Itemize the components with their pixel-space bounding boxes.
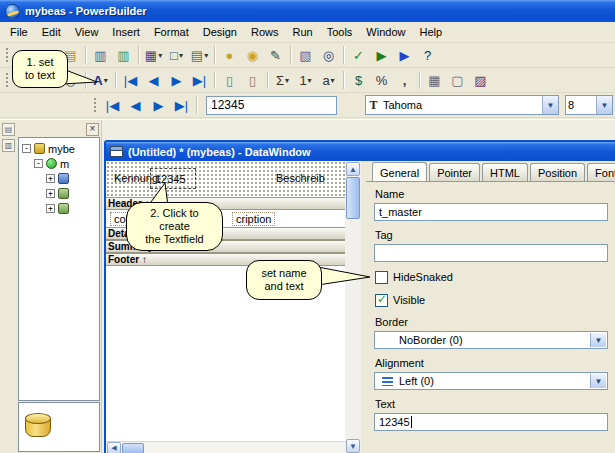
visible-checkbox[interactable] (375, 294, 388, 307)
last-page-icon[interactable]: ▶| (188, 70, 211, 90)
next-row-icon[interactable]: ▶ (147, 95, 170, 115)
menu-painter-icon[interactable]: ▤▾ (188, 45, 211, 65)
toolbar-grip[interactable] (4, 46, 9, 64)
close-panel-button[interactable]: × (86, 123, 99, 136)
preview-icon[interactable]: ▥ (112, 45, 135, 65)
scroll-down-button[interactable]: ▼ (346, 439, 360, 453)
run-project-icon[interactable]: ▶ (370, 45, 393, 65)
alignment-combo-arrow-icon[interactable]: ▼ (590, 374, 606, 388)
tab-html[interactable]: HTML (482, 163, 528, 181)
datawindow-title-bar[interactable]: (Untitled) * (mybeas) - DataWindow (106, 142, 615, 161)
debug-project-icon[interactable]: ▶ (393, 45, 416, 65)
menu-item-view[interactable]: View (68, 23, 106, 41)
todo-list-icon[interactable]: ✓ (347, 45, 370, 65)
menu-item-insert[interactable]: Insert (105, 23, 147, 41)
dropdown-arrow-icon[interactable]: ▾ (179, 51, 183, 60)
horizontal-scroll-thumb[interactable] (122, 443, 144, 453)
tab-general[interactable]: General (372, 162, 427, 181)
font-name-combo[interactable]: T Tahoma ▼ (365, 95, 559, 115)
database-profile-icon[interactable]: ◉ (241, 45, 264, 65)
border-icon[interactable]: ▢ (446, 70, 469, 90)
help-icon[interactable]: ? (416, 45, 439, 65)
run-window-icon[interactable]: ▥ (89, 45, 112, 65)
scroll-up-button[interactable]: ▲ (346, 162, 360, 176)
menu-item-window[interactable]: Window (359, 23, 412, 41)
tree-item[interactable]: -m (19, 156, 99, 171)
first-page-icon[interactable]: |◀ (119, 70, 142, 90)
tree-item[interactable]: -mybe (19, 141, 99, 156)
currency-icon[interactable]: $ (347, 70, 370, 90)
page-setup-icon[interactable]: ▯ (241, 70, 264, 90)
dropdown-arrow-icon[interactable]: ▾ (308, 76, 312, 85)
clip-panel-icon[interactable]: ▥ (2, 139, 15, 152)
dropdown-arrow-icon[interactable]: ▾ (104, 76, 108, 85)
system-tree-panel-icon[interactable]: ▤ (2, 123, 15, 136)
column-control-2[interactable]: cription (232, 212, 275, 226)
menu-item-run[interactable]: Run (285, 23, 319, 41)
chart-icon[interactable]: ▨ (469, 70, 492, 90)
expand-icon[interactable]: + (46, 189, 55, 198)
tab-position[interactable]: Position (530, 163, 585, 181)
vertical-scrollbar[interactable]: ▲ ▼ (345, 161, 361, 453)
first-row-icon[interactable]: |◀ (101, 95, 124, 115)
database-painter-icon[interactable]: ● (218, 45, 241, 65)
text-input[interactable]: 12345 (374, 413, 608, 431)
tab-pointer[interactable]: Pointer (429, 163, 480, 181)
edit-source-icon[interactable]: ✎ (264, 45, 287, 65)
menu-item-help[interactable]: Help (412, 23, 449, 41)
hidesnaked-checkbox[interactable] (375, 271, 388, 284)
toolbar-grip[interactable] (4, 71, 9, 89)
dropdown-arrow-icon[interactable]: ▾ (158, 51, 162, 60)
case-icon[interactable]: a▾ (317, 70, 340, 90)
header-band-content[interactable]: Kennung: 12345 Beschreib (106, 161, 345, 197)
scroll-left-button[interactable]: ◀ (107, 442, 121, 453)
size-combo-arrow-icon[interactable]: ▼ (596, 96, 612, 114)
tab-font[interactable]: Font (587, 163, 615, 181)
border-combo-arrow-icon[interactable]: ▼ (590, 333, 606, 347)
control-text-input[interactable]: 12345 (206, 96, 337, 115)
sum-icon[interactable]: Σ▾ (271, 70, 294, 90)
toolbar-grip[interactable] (92, 96, 97, 114)
font-size-combo[interactable]: 8 ▼ (565, 95, 613, 115)
library-painter-icon[interactable]: ▧ (294, 45, 317, 65)
horizontal-scrollbar[interactable]: ◀ (106, 441, 345, 453)
menu-item-format[interactable]: Format (147, 23, 196, 41)
next-page-icon[interactable]: ▶ (165, 70, 188, 90)
text-control-icon[interactable]: A▾ (89, 70, 112, 90)
count-icon[interactable]: 1▾ (294, 70, 317, 90)
grid-icon[interactable]: ▦ (423, 70, 446, 90)
window-painter-icon[interactable]: □▾ (165, 45, 188, 65)
font-combo-arrow-icon[interactable]: ▼ (542, 96, 558, 114)
expand-icon[interactable]: + (46, 174, 55, 183)
prior-page-icon[interactable]: ◀ (142, 70, 165, 90)
alignment-combo[interactable]: Left (0) ▼ (374, 372, 608, 390)
border-combo[interactable]: NoBorder (0) ▼ (374, 331, 608, 349)
vertical-scroll-thumb[interactable] (346, 177, 360, 219)
page-setup-icon-glyph: ▯ (249, 74, 256, 87)
tag-input[interactable] (374, 244, 608, 262)
selected-text-control[interactable]: 12345 (150, 168, 196, 189)
prior-row-icon[interactable]: ◀ (124, 95, 147, 115)
beschreib-label[interactable]: Beschreib (276, 172, 345, 184)
dropdown-arrow-icon[interactable]: ▾ (285, 76, 289, 85)
collapse-icon[interactable]: - (22, 144, 31, 153)
comma-icon[interactable]: , (393, 70, 416, 90)
name-input[interactable]: t_master (374, 203, 608, 221)
expand-icon[interactable]: + (46, 204, 55, 213)
collapse-icon[interactable]: - (34, 159, 43, 168)
tree-item[interactable]: + (19, 201, 99, 216)
dropdown-arrow-icon[interactable]: ▾ (204, 51, 208, 60)
menu-item-file[interactable]: File (3, 23, 35, 41)
tree-item[interactable]: + (19, 171, 99, 186)
percent-icon[interactable]: % (370, 70, 393, 90)
menu-item-rows[interactable]: Rows (244, 23, 286, 41)
dropdown-arrow-icon[interactable]: ▾ (331, 76, 335, 85)
page-icon[interactable]: ▯ (218, 70, 241, 90)
browser-icon[interactable]: ◎ (317, 45, 340, 65)
menu-item-edit[interactable]: Edit (35, 23, 68, 41)
datawindow-painter-icon[interactable]: ▦▾ (142, 45, 165, 65)
menu-item-tools[interactable]: Tools (320, 23, 360, 41)
last-row-icon[interactable]: ▶| (170, 95, 193, 115)
menu-item-design[interactable]: Design (196, 23, 244, 41)
tree-item[interactable]: + (19, 186, 99, 201)
